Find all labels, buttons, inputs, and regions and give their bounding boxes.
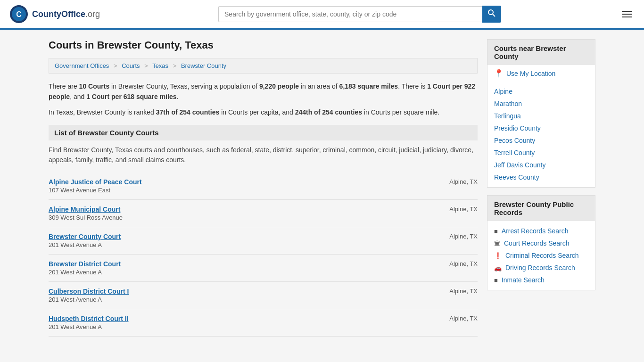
svg-text:C: C xyxy=(16,10,22,18)
sidebar-city-item: Terlingua xyxy=(487,110,595,122)
court-name[interactable]: Brewster County Court xyxy=(49,233,121,240)
area: 6,183 square miles xyxy=(339,82,398,90)
menu-line-3 xyxy=(622,16,632,17)
sidebar-city-item: Alpine xyxy=(487,85,595,98)
page-title: Courts in Brewster County, Texas xyxy=(49,39,478,51)
logo-text: CountyOffice.org xyxy=(32,9,100,19)
record-link[interactable]: Driving Records Search xyxy=(505,264,575,272)
record-icon: 🚗 xyxy=(494,264,502,272)
court-address: 201 West Avenue A xyxy=(49,269,121,276)
search-icon xyxy=(488,9,495,17)
record-link[interactable]: Arrest Records Search xyxy=(502,227,569,235)
use-location-label: Use My Location xyxy=(506,70,555,77)
breadcrumb: Government Offices > Courts > Texas > Br… xyxy=(49,58,478,74)
nearby-courts-title: Courts near Brewster County xyxy=(487,40,595,65)
sidebar-city-link[interactable]: Reeves County xyxy=(494,173,539,181)
header: C CountyOffice.org xyxy=(0,0,644,30)
court-name[interactable]: Alpine Justice of Peace Court xyxy=(49,178,142,186)
breadcrumb-texas[interactable]: Texas xyxy=(152,62,168,69)
records-list-item: 🏛Court Records Search xyxy=(487,237,595,249)
sidebar-city-item: Marathon xyxy=(487,98,595,110)
per-sqmile: 1 Court per 618 square miles xyxy=(86,93,176,100)
court-info: Culberson District Court I 201 West Aven… xyxy=(49,288,129,303)
sidebar-city-item: Jeff Davis County xyxy=(487,159,595,171)
court-name[interactable]: Alpine Municipal Court xyxy=(49,206,123,213)
sidebar-city-link[interactable]: Presidio County xyxy=(494,124,541,132)
breadcrumb-sep-2: > xyxy=(144,62,148,69)
court-location: Alpine, TX xyxy=(440,206,478,213)
sidebar-city-item: Pecos County xyxy=(487,134,595,147)
court-info: Hudspeth District Court II 201 West Aven… xyxy=(49,315,129,330)
nearby-cities-list: AlpineMarathonTerlinguaPresidio CountyPe… xyxy=(487,82,595,187)
court-info: Brewster County Court 201 West Avenue A xyxy=(49,233,121,248)
court-location: Alpine, TX xyxy=(440,315,478,322)
description-2: In Texas, Brewster County is ranked 37th… xyxy=(49,107,478,117)
sidebar-city-link[interactable]: Alpine xyxy=(494,88,512,95)
court-address: 201 West Avenue A xyxy=(49,296,129,303)
sidebar-city-link[interactable]: Terrell County xyxy=(494,149,535,156)
court-item: Alpine Justice of Peace Court 107 West A… xyxy=(49,173,478,200)
logo-area: C CountyOffice.org xyxy=(9,5,100,24)
sidebar-city-item: Reeves County xyxy=(487,171,595,183)
breadcrumb-government-offices[interactable]: Government Offices xyxy=(55,62,109,69)
breadcrumb-brewster-county[interactable]: Brewster County xyxy=(181,62,226,69)
main-wrapper: Courts in Brewster County, Texas Governm… xyxy=(39,30,605,346)
court-info: Alpine Municipal Court 309 West Sul Ross… xyxy=(49,206,123,221)
svg-point-3 xyxy=(488,10,493,15)
record-link[interactable]: Inmate Search xyxy=(502,276,545,284)
record-link[interactable]: Criminal Records Search xyxy=(505,252,579,259)
search-input[interactable] xyxy=(218,6,482,22)
rank-sqmile: 244th of 254 counties xyxy=(295,108,362,116)
records-list: ■Arrest Records Search🏛Court Records Sea… xyxy=(487,221,595,290)
court-info: Alpine Justice of Peace Court 107 West A… xyxy=(49,178,142,194)
records-list-item: ■Inmate Search xyxy=(487,274,595,286)
courts-count: 10 Courts xyxy=(79,82,110,90)
section-list-description: Find Brewster County, Texas courts and c… xyxy=(49,145,478,165)
nearby-courts-section: Courts near Brewster County 📍 Use My Loc… xyxy=(487,39,595,188)
court-name[interactable]: Brewster District Court xyxy=(49,260,121,268)
record-icon: ■ xyxy=(494,277,498,284)
svg-line-4 xyxy=(493,14,495,16)
court-item: Brewster County Court 201 West Avenue A … xyxy=(49,227,478,255)
court-address: 309 West Sul Ross Avenue xyxy=(49,214,123,221)
record-icon: ■ xyxy=(494,228,498,235)
court-item: Alpine Municipal Court 309 West Sul Ross… xyxy=(49,200,478,227)
menu-line-1 xyxy=(622,11,632,12)
court-item: Hudspeth District Court II 201 West Aven… xyxy=(49,309,478,337)
court-item: Culberson District Court I 201 West Aven… xyxy=(49,282,478,309)
sidebar-city-link[interactable]: Terlingua xyxy=(494,112,521,120)
section-list-header: List of Brewster County Courts xyxy=(49,125,478,140)
sidebar-city-link[interactable]: Jeff Davis County xyxy=(494,161,545,169)
court-address: 107 West Avenue East xyxy=(49,187,142,194)
search-button[interactable] xyxy=(482,6,501,23)
use-location-button[interactable]: 📍 Use My Location xyxy=(487,65,595,82)
court-name[interactable]: Hudspeth District Court II xyxy=(49,315,129,322)
breadcrumb-courts[interactable]: Courts xyxy=(122,62,140,69)
population: 9,220 people xyxy=(259,82,299,90)
records-list-item: ❗Criminal Records Search xyxy=(487,249,595,262)
breadcrumb-sep-3: > xyxy=(173,62,177,69)
court-address: 201 West Avenue A xyxy=(49,323,129,330)
sidebar: Courts near Brewster County 📍 Use My Loc… xyxy=(487,39,595,337)
court-address: 201 West Avenue A xyxy=(49,241,121,248)
court-location: Alpine, TX xyxy=(440,260,478,267)
court-item: Brewster District Court 201 West Avenue … xyxy=(49,255,478,282)
search-area xyxy=(218,6,501,23)
court-location: Alpine, TX xyxy=(440,233,478,240)
sidebar-city-link[interactable]: Pecos County xyxy=(494,137,535,144)
sidebar-city-item: Terrell County xyxy=(487,147,595,159)
sidebar-city-link[interactable]: Marathon xyxy=(494,100,522,107)
rank-capita: 37th of 254 counties xyxy=(156,108,220,116)
record-link[interactable]: Court Records Search xyxy=(504,239,570,247)
logo-icon: C xyxy=(9,5,28,24)
records-list-item: ■Arrest Records Search xyxy=(487,225,595,237)
court-location: Alpine, TX xyxy=(440,288,478,295)
hamburger-menu-button[interactable] xyxy=(619,8,635,20)
record-icon: ❗ xyxy=(494,252,502,259)
public-records-section: Brewster County Public Records ■Arrest R… xyxy=(487,195,595,290)
content-area: Courts in Brewster County, Texas Governm… xyxy=(49,39,478,337)
public-records-title: Brewster County Public Records xyxy=(487,196,595,221)
record-icon: 🏛 xyxy=(494,240,500,247)
court-info: Brewster District Court 201 West Avenue … xyxy=(49,260,121,276)
court-name[interactable]: Culberson District Court I xyxy=(49,288,129,295)
